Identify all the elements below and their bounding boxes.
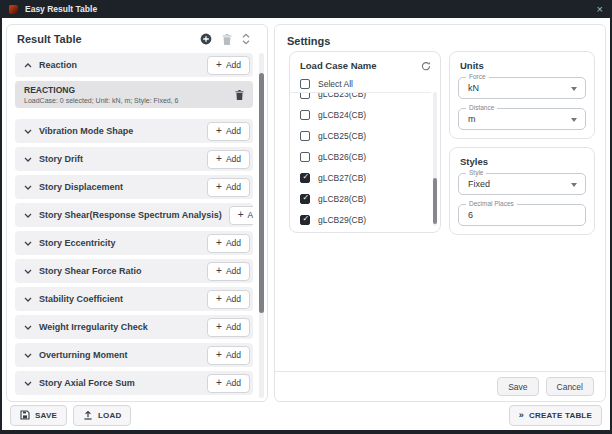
accordion-header[interactable]: Story Shear(Response Spectrum Analysis) …	[15, 203, 253, 227]
checkbox-icon[interactable]	[300, 110, 310, 120]
chevron-down-icon	[24, 185, 32, 190]
add-button[interactable]: +Add	[207, 150, 250, 169]
result-section: Overturning Moment +Add	[15, 343, 253, 367]
window-title: Easy Result Table	[25, 4, 97, 14]
decimal-places-label: Decimal Places	[466, 200, 517, 207]
plus-icon: +	[238, 210, 244, 220]
add-button[interactable]: +Add	[207, 290, 250, 309]
checkbox-icon[interactable]	[300, 194, 310, 204]
checkbox-icon[interactable]	[300, 79, 310, 89]
checkbox-icon[interactable]	[300, 131, 310, 141]
chevron-down-icon	[24, 241, 32, 246]
accordion-header[interactable]: Overturning Moment +Add	[15, 343, 253, 367]
accordion-header[interactable]: Reaction +Add	[15, 53, 253, 77]
accordion-header[interactable]: Story Displacement +Add	[15, 175, 253, 199]
checkbox-icon[interactable]	[300, 152, 310, 162]
close-icon[interactable]: ×	[597, 4, 603, 15]
unfold-icon[interactable]	[242, 33, 250, 45]
force-select[interactable]: Force kN	[458, 77, 586, 99]
force-label: Force	[466, 73, 489, 80]
create-table-button[interactable]: » CREATE TABLE	[509, 405, 602, 426]
result-item[interactable]: REACTIONG LoadCase: 0 selected; Unit: kN…	[15, 81, 253, 108]
load-case-option[interactable]: gLCB27(CB)	[290, 167, 431, 188]
checkbox-icon[interactable]	[300, 215, 310, 225]
load-case-option[interactable]: gLCB29(CB)	[290, 209, 431, 226]
add-button[interactable]: +Add	[207, 346, 250, 365]
chevron-down-icon	[24, 353, 32, 358]
units-title: Units	[460, 60, 484, 71]
load-button[interactable]: LOAD	[73, 405, 131, 426]
accordion-label: Weight Irregularity Check	[39, 322, 148, 332]
add-button[interactable]: +Add	[207, 374, 250, 393]
accordion-header[interactable]: Stability Coefficient +Add	[15, 287, 253, 311]
trash-icon[interactable]	[222, 34, 232, 45]
dropdown-caret-icon	[571, 87, 577, 91]
plus-icon: +	[216, 350, 222, 360]
add-button[interactable]: +Add	[229, 206, 253, 225]
load-case-scrollbar[interactable]	[433, 92, 437, 226]
styles-title: Styles	[460, 156, 488, 167]
decimal-places-value: 6	[468, 210, 473, 220]
accordion-header[interactable]: Story Drift +Add	[15, 147, 253, 171]
load-case-option[interactable]: gLCB25(CB)	[290, 125, 431, 146]
style-select[interactable]: Style Fixed	[458, 173, 586, 195]
add-circle-icon[interactable]	[200, 33, 212, 45]
scrollbar-thumb[interactable]	[433, 178, 437, 224]
checkbox-icon[interactable]	[300, 92, 310, 99]
load-case-label: gLCB26(CB)	[318, 152, 366, 162]
load-case-option[interactable]: gLCB23(CB)	[290, 92, 431, 104]
refresh-icon[interactable]	[421, 61, 431, 71]
chevron-down-icon	[24, 157, 32, 162]
plus-icon: +	[216, 266, 222, 276]
app-logo-icon	[9, 5, 18, 14]
load-case-label: gLCB29(CB)	[318, 215, 366, 225]
trash-icon[interactable]	[235, 90, 244, 100]
result-item-title: REACTIONG	[24, 85, 178, 95]
load-case-list: gLCB23(CB) gLCB24(CB) gLCB25(CB) gLCB26(…	[290, 92, 431, 226]
dialog-content: Result Table Reaction +Add REACTIONG Loa…	[2, 18, 610, 430]
add-button[interactable]: +Add	[207, 262, 250, 281]
decimal-places-input[interactable]: Decimal Places 6	[458, 204, 586, 226]
result-section: Story Eccentricity +Add	[15, 231, 253, 255]
result-section: Stability Coefficient +Add	[15, 287, 253, 311]
plus-icon: +	[216, 294, 222, 304]
save-button[interactable]: SAVE	[10, 405, 67, 426]
plus-icon: +	[216, 182, 222, 192]
settings-save-button[interactable]: Save	[497, 377, 538, 396]
accordion-label: Vibration Mode Shape	[39, 126, 133, 136]
style-value: Fixed	[468, 179, 490, 189]
load-case-label: gLCB28(CB)	[318, 194, 366, 204]
add-button[interactable]: +Add	[207, 122, 250, 141]
add-button[interactable]: +Add	[207, 234, 250, 253]
result-section: Story Axial Force Sum +Add	[15, 371, 253, 395]
accordion-label: Story Shear(Response Spectrum Analysis)	[39, 210, 222, 220]
accordion-label: Story Drift	[39, 154, 83, 164]
result-table-scrollbar[interactable]	[259, 53, 264, 398]
add-button[interactable]: +Add	[207, 56, 250, 75]
settings-title: Settings	[275, 25, 605, 51]
load-case-option[interactable]: gLCB28(CB)	[290, 188, 431, 209]
add-button[interactable]: +Add	[207, 318, 250, 337]
accordion-label: Reaction	[39, 60, 77, 70]
load-case-option[interactable]: gLCB26(CB)	[290, 146, 431, 167]
plus-icon: +	[216, 378, 222, 388]
settings-cancel-button[interactable]: Cancel	[546, 377, 594, 396]
accordion-header[interactable]: Story Eccentricity +Add	[15, 231, 253, 255]
scrollbar-thumb[interactable]	[259, 73, 264, 313]
select-all-option[interactable]: Select All	[290, 75, 440, 93]
result-section: Vibration Mode Shape +Add	[15, 119, 253, 143]
result-sections: Reaction +Add REACTIONG LoadCase: 0 sele…	[15, 53, 253, 399]
result-section: Weight Irregularity Check +Add	[15, 315, 253, 339]
plus-icon: +	[216, 322, 222, 332]
distance-select[interactable]: Distance m	[458, 108, 586, 130]
add-button[interactable]: +Add	[207, 178, 250, 197]
plus-icon: +	[216, 154, 222, 164]
accordion-header[interactable]: Weight Irregularity Check +Add	[15, 315, 253, 339]
accordion-header[interactable]: Story Shear Force Ratio +Add	[15, 259, 253, 283]
load-case-option[interactable]: gLCB24(CB)	[290, 104, 431, 125]
titlebar: Easy Result Table ×	[0, 0, 612, 18]
accordion-header[interactable]: Story Axial Force Sum +Add	[15, 371, 253, 395]
plus-icon: +	[216, 238, 222, 248]
accordion-header[interactable]: Vibration Mode Shape +Add	[15, 119, 253, 143]
checkbox-icon[interactable]	[300, 173, 310, 183]
